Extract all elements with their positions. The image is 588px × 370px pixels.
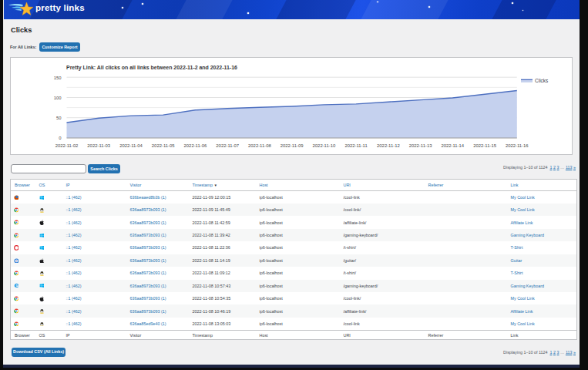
svg-text:2022-11-03: 2022-11-03 <box>87 143 110 147</box>
svg-text:2022-11-07: 2022-11-07 <box>216 143 239 147</box>
svg-text:2022-11-09: 2022-11-09 <box>281 143 304 147</box>
svg-text:2022-11-08: 2022-11-08 <box>248 143 271 147</box>
svg-text:2022-11-10: 2022-11-10 <box>313 143 336 147</box>
svg-text:2022-11-16: 2022-11-16 <box>506 143 529 147</box>
svg-text:2022-11-15: 2022-11-15 <box>473 143 496 147</box>
svg-text:2022-11-11: 2022-11-11 <box>344 143 367 147</box>
svg-text:50: 50 <box>56 116 62 120</box>
svg-text:0: 0 <box>59 136 62 140</box>
svg-text:2022-11-06: 2022-11-06 <box>184 143 207 147</box>
svg-text:2022-11-12: 2022-11-12 <box>377 143 400 147</box>
svg-text:2022-11-05: 2022-11-05 <box>152 143 175 147</box>
svg-text:2022-11-02: 2022-11-02 <box>55 143 79 147</box>
svg-text:100: 100 <box>54 95 62 99</box>
svg-text:Clicks: Clicks <box>535 77 549 82</box>
svg-text:2022-11-14: 2022-11-14 <box>441 143 464 147</box>
svg-text:2022-11-04: 2022-11-04 <box>119 143 143 147</box>
svg-text:150: 150 <box>54 75 62 79</box>
svg-text:2022-11-13: 2022-11-13 <box>409 143 432 147</box>
svg-text:Pretty Link: All clicks on all: Pretty Link: All clicks on all links bet… <box>66 65 237 71</box>
